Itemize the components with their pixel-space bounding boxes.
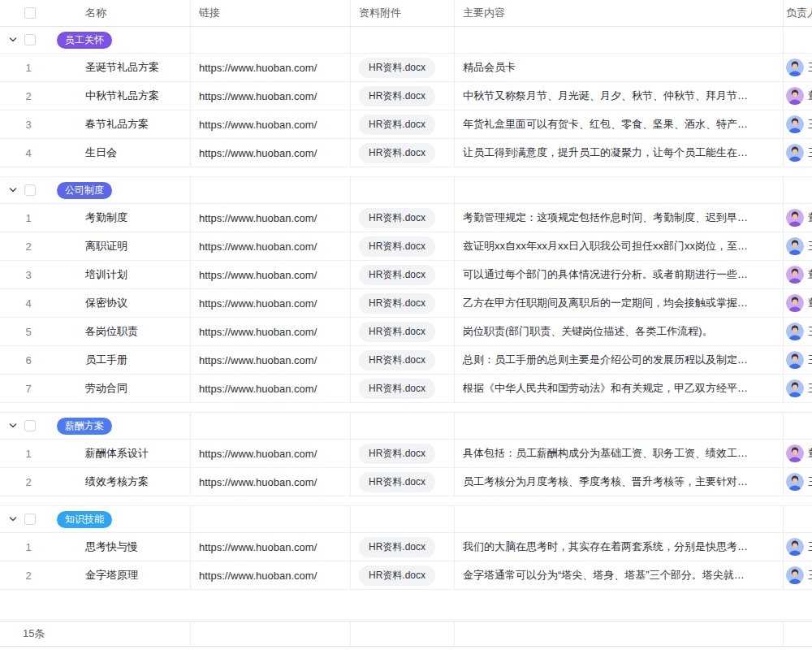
attachment-chip[interactable]: HR资料.docx [359, 58, 435, 78]
attachment-chip[interactable]: HR资料.docx [359, 293, 435, 314]
record-content[interactable]: 岗位职责(部门职责、关键岗位描述、各类工作流程)。 [463, 324, 713, 339]
record-content[interactable]: 精品会员卡 [463, 60, 516, 75]
record-name[interactable]: 思考快与慢 [85, 540, 138, 554]
record-name[interactable]: 保密协议 [85, 296, 127, 310]
group-checkbox[interactable] [24, 420, 36, 431]
group-header-row: 薪酬方案 [0, 413, 812, 440]
assignee-cell[interactable]: 三 [784, 54, 812, 81]
group-badge[interactable]: 知识技能 [57, 511, 112, 528]
record-link[interactable]: https://www.huoban.com/ [199, 90, 317, 102]
header-cell-link: 链接 [191, 0, 351, 26]
group-checkbox[interactable] [24, 34, 36, 46]
assignee-cell[interactable]: 三 [784, 346, 812, 374]
column-header-content[interactable]: 主要内容 [463, 6, 505, 20]
attachment-chip[interactable]: HR资料.docx [359, 566, 435, 586]
attachment-chip-label: HR资料.docx [369, 297, 425, 310]
record-link[interactable]: https://www.huoban.com/ [199, 269, 317, 281]
group-badge[interactable]: 员工关怀 [57, 32, 112, 49]
record-content[interactable]: 具体包括：员工薪酬构成分为基础工资、职务工资、绩效工… [463, 446, 748, 461]
assignee-avatar [786, 538, 804, 556]
record-link[interactable]: https://www.huoban.com/ [199, 119, 317, 131]
record-link[interactable]: https://www.huoban.com/ [199, 212, 317, 224]
assignee-cell[interactable]: 三 [784, 533, 812, 561]
assignee-cell[interactable]: 三 [784, 561, 812, 589]
attachment-chip[interactable]: HR资料.docx [359, 379, 435, 399]
record-name[interactable]: 金字塔原理 [85, 568, 138, 583]
attachment-chip[interactable]: HR资料.docx [359, 350, 435, 370]
attachment-chip[interactable]: HR资料.docx [359, 208, 435, 228]
column-header-assignee[interactable]: 负责人 [786, 6, 812, 20]
record-name[interactable]: 薪酬体系设计 [85, 446, 149, 461]
assignee-cell[interactable]: 三 [784, 139, 812, 167]
record-link[interactable]: https://www.huoban.com/ [199, 383, 317, 395]
attachment-chip[interactable]: HR资料.docx [359, 236, 435, 257]
record-content[interactable]: 可以通过每个部门的具体情况进行分析。或者前期进行一些… [463, 267, 748, 282]
assignee-cell[interactable]: 董 [784, 261, 812, 288]
record-link[interactable]: https://www.huoban.com/ [199, 62, 317, 74]
assignee-cell[interactable]: 董 [784, 82, 812, 110]
record-link[interactable]: https://www.huoban.com/ [199, 297, 317, 310]
chevron-down-icon[interactable] [8, 421, 18, 431]
assignee-cell[interactable]: 董 [784, 440, 812, 467]
attachment-chip[interactable]: HR资料.docx [359, 115, 435, 135]
assignee-name: 三 [808, 324, 812, 339]
record-link[interactable]: https://www.huoban.com/ [199, 240, 317, 253]
record-name[interactable]: 圣诞节礼品方案 [85, 60, 159, 75]
assignee-cell[interactable]: 三 [784, 468, 812, 496]
attachment-chip[interactable]: HR资料.docx [359, 472, 435, 492]
assignee-cell[interactable]: 三 [784, 232, 812, 260]
record-name[interactable]: 各岗位职责 [85, 324, 138, 339]
record-link[interactable]: https://www.huoban.com/ [199, 147, 317, 159]
column-header-name[interactable]: 名称 [85, 6, 106, 20]
record-content[interactable]: 金字塔通常可以分为“塔尖、塔身、塔基”三个部分。塔尖就… [463, 568, 745, 583]
record-link[interactable]: https://www.huoban.com/ [199, 570, 317, 582]
attachment-chip[interactable]: HR资料.docx [359, 265, 435, 285]
record-content[interactable]: 我们的大脑在思考时，其实存在着两套系统，分别是快思考… [463, 540, 748, 554]
record-link[interactable]: https://www.huoban.com/ [199, 476, 317, 488]
record-name[interactable]: 生日会 [85, 145, 117, 160]
chevron-down-icon[interactable] [8, 35, 18, 45]
record-content[interactable]: 根据《中华人民共和国劳动法》和有关规定，甲乙双方经平… [463, 381, 748, 396]
record-name[interactable]: 培训计划 [85, 267, 127, 282]
assignee-avatar [786, 379, 804, 397]
record-content[interactable]: 年货礼盒里面可以有贺卡、红包、零食、坚果、酒水、特产… [463, 117, 748, 132]
record-content[interactable]: 总则：员工手册的总则主要是介绍公司的发展历程以及制定… [463, 353, 748, 367]
record-content[interactable]: 乙方在甲方任职期间及离职后的一定期间，均会接触或掌握… [463, 296, 748, 310]
record-name[interactable]: 考勤制度 [85, 210, 127, 225]
record-link[interactable]: https://www.huoban.com/ [199, 326, 317, 338]
attachment-chip[interactable]: HR资料.docx [359, 143, 435, 163]
attachment-chip[interactable]: HR资料.docx [359, 86, 435, 106]
record-link[interactable]: https://www.huoban.com/ [199, 448, 317, 460]
attachment-chip[interactable]: HR资料.docx [359, 322, 435, 342]
record-name[interactable]: 劳动合同 [85, 381, 127, 396]
assignee-cell[interactable]: 三 [784, 318, 812, 345]
record-name[interactable]: 员工手册 [85, 353, 127, 367]
group-badge[interactable]: 薪酬方案 [57, 418, 112, 435]
group-badge[interactable]: 公司制度 [57, 182, 112, 199]
assignee-cell[interactable]: 三 [784, 375, 812, 402]
group-checkbox[interactable] [24, 514, 36, 525]
column-header-attachment[interactable]: 资料附件 [359, 6, 401, 20]
group-checkbox[interactable] [24, 184, 36, 196]
record-name[interactable]: 中秋节礼品方案 [85, 89, 159, 103]
table-row: 2 中秋节礼品方案 https://www.huoban.com/ HR资料.d… [0, 82, 812, 110]
record-content[interactable]: 让员工得到满意度，提升员工的凝聚力，让每个员工能生在… [463, 145, 748, 160]
assignee-cell[interactable]: 三 [784, 110, 812, 138]
record-name[interactable]: 离职证明 [85, 239, 127, 254]
record-content[interactable]: 员工考核分为月度考核、季度考核、晋升考核等，主要针对… [463, 474, 748, 489]
record-content[interactable]: 中秋节又称祭月节、月光诞、月夕、秋节、仲秋节、拜月节… [463, 89, 748, 103]
assignee-cell[interactable]: 董 [784, 204, 812, 232]
chevron-down-icon[interactable] [8, 185, 18, 195]
record-content[interactable]: 考勤管理规定：这项规定包括作息时间、考勤制度、迟到早… [463, 210, 748, 225]
assignee-cell[interactable]: 董 [784, 289, 812, 317]
column-header-link[interactable]: 链接 [199, 6, 220, 20]
record-link[interactable]: https://www.huoban.com/ [199, 541, 317, 553]
select-all-checkbox[interactable] [24, 7, 36, 19]
record-name[interactable]: 绩效考核方案 [85, 474, 149, 489]
chevron-down-icon[interactable] [8, 514, 18, 524]
record-link[interactable]: https://www.huoban.com/ [199, 354, 317, 366]
record-content[interactable]: 兹证明xx自xx年xx月xx日入职我公司担任xx部门xx岗位，至… [463, 239, 748, 254]
attachment-chip[interactable]: HR资料.docx [359, 444, 435, 464]
attachment-chip[interactable]: HR资料.docx [359, 537, 435, 557]
record-name[interactable]: 春节礼品方案 [85, 117, 149, 132]
